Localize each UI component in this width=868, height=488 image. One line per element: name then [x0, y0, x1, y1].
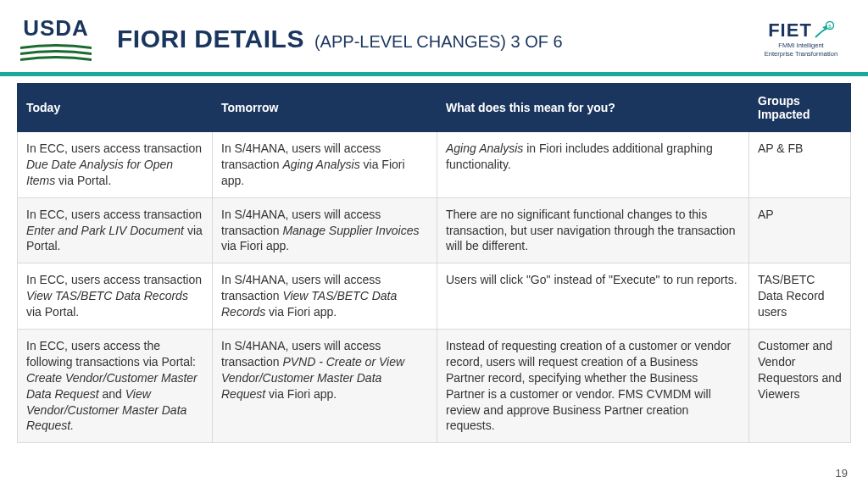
col-header-groups: Groups Impacted: [749, 84, 851, 132]
col-header-meaning: What does this mean for you?: [437, 84, 749, 132]
cell-today: In ECC, users access transaction Enter a…: [18, 197, 213, 263]
cell-tomorrow: In S/4HANA, users will access transactio…: [213, 263, 437, 330]
fiet-subtitle-1: FMMI Intelligent: [754, 42, 848, 49]
table-container: Today Tomorrow What does this mean for y…: [0, 83, 868, 443]
cell-today: In ECC, users access the following trans…: [18, 330, 213, 443]
header-divider: [0, 72, 868, 76]
table-header-row: Today Tomorrow What does this mean for y…: [18, 84, 851, 132]
fiet-subtitle-2: Enterprise Transformation: [754, 51, 848, 58]
cell-today: In ECC, users access transaction Due Dat…: [18, 132, 213, 198]
cell-groups: AP & FB: [749, 132, 851, 198]
cell-groups: Customer and Vendor Requestors and Viewe…: [749, 330, 851, 443]
cell-meaning: Instead of requesting creation of a cust…: [437, 330, 749, 443]
cell-groups: AP: [749, 197, 851, 263]
col-header-tomorrow: Tomorrow: [213, 84, 437, 132]
cell-today: In ECC, users access transaction View TA…: [18, 263, 213, 330]
cell-meaning: Aging Analysis in Fiori includes additio…: [437, 132, 749, 198]
cell-tomorrow: In S/4HANA, users will access transactio…: [213, 330, 437, 443]
title-block: FIORI DETAILS (APP-LEVEL CHANGES) 3 OF 6: [108, 25, 737, 53]
table-row: In ECC, users access transaction Enter a…: [18, 197, 851, 263]
cell-meaning: Users will click "Go" instead of "Execut…: [437, 263, 749, 330]
page-title: FIORI DETAILS: [117, 25, 304, 53]
fiet-arrow-icon: $: [814, 20, 834, 41]
table-row: In ECC, users access the following trans…: [18, 330, 851, 443]
usda-logo-text: USDA: [23, 15, 89, 42]
page-subtitle: (APP-LEVEL CHANGES) 3 OF 6: [314, 32, 563, 52]
col-header-today: Today: [18, 84, 213, 132]
fiet-logo-text: FIET: [768, 19, 812, 42]
changes-table: Today Tomorrow What does this mean for y…: [17, 83, 851, 443]
cell-groups: TAS/BETC Data Record users: [749, 263, 851, 330]
svg-text:$: $: [828, 24, 832, 29]
cell-tomorrow: In S/4HANA, users will access transactio…: [213, 132, 437, 198]
table-row: In ECC, users access transaction View TA…: [18, 263, 851, 330]
fiet-logo: FIET $ FMMI Intelligent Enterprise Trans…: [754, 19, 848, 58]
usda-logo-stripes-icon: [20, 43, 92, 62]
cell-meaning: There are no significant functional chan…: [437, 197, 749, 263]
table-row: In ECC, users access transaction Due Dat…: [18, 132, 851, 198]
page-number: 19: [836, 467, 848, 480]
usda-logo: USDA: [20, 15, 92, 62]
cell-tomorrow: In S/4HANA, users will access transactio…: [213, 197, 437, 263]
slide-header: USDA FIORI DETAILS (APP-LEVEL CHANGES) 3…: [0, 0, 868, 72]
